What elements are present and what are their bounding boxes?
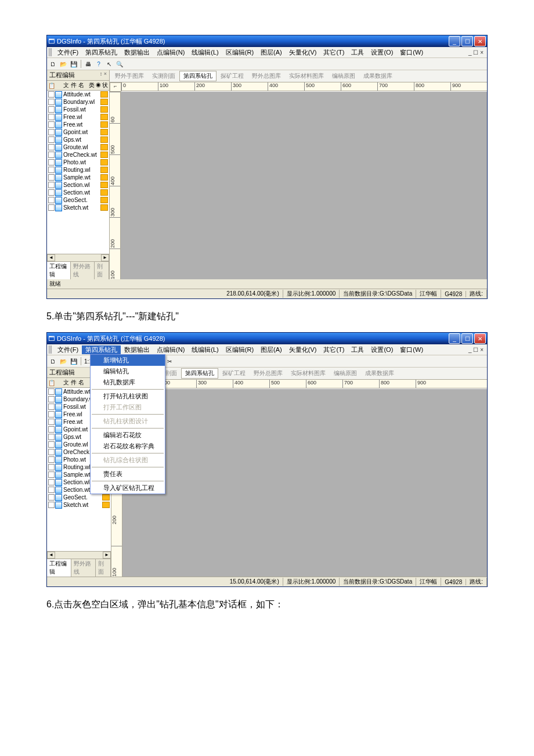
close-button[interactable]: ✕ (474, 36, 486, 46)
checkbox[interactable] (48, 121, 55, 128)
canvas-tab[interactable]: 编稿原图 (330, 368, 361, 379)
drawing-canvas[interactable] (121, 92, 487, 279)
titlebar[interactable]: 🗔 DGSInfo - 第四系钻孔 (江华幅 G4928) _ ☐ ✕ (47, 35, 487, 47)
folder-icon[interactable] (100, 106, 108, 113)
menu-task-table[interactable]: 责任表 (91, 469, 165, 480)
canvas-tab[interactable]: 探矿工程 (218, 368, 250, 379)
checkbox[interactable] (48, 91, 55, 98)
file-list[interactable]: Attitude.wt Boundary.wl Fossil.wt Free.w… (47, 91, 109, 254)
mdi-close-button[interactable]: _ ☐ × (465, 49, 487, 56)
canvas-tab[interactable]: 探矿工程 (217, 71, 248, 81)
canvas-tab[interactable]: 野外总图库 (250, 368, 287, 379)
folder-icon[interactable] (100, 167, 108, 173)
canvas-tab[interactable]: 实际材料图库 (287, 368, 330, 379)
file-row[interactable]: GeoSect. (47, 494, 111, 501)
menu-line-edit[interactable]: 线编辑(L) (188, 48, 222, 57)
file-row[interactable]: Routing.wl (47, 166, 109, 174)
menu-tool[interactable]: 工具 (348, 48, 367, 57)
file-row[interactable]: Sketch.wt (47, 204, 109, 211)
menu-data-output[interactable]: 数据输出 (121, 345, 153, 354)
help-icon[interactable]: ? (94, 59, 103, 69)
scroll-left-icon[interactable]: ◄ (47, 552, 55, 559)
folder-icon[interactable] (100, 114, 108, 120)
folder-icon[interactable] (100, 174, 108, 181)
zoom-icon[interactable]: 🔍 (115, 59, 124, 69)
file-row[interactable]: Attitude.wt (47, 91, 109, 98)
drawing-canvas[interactable] (122, 389, 487, 577)
folder-icon[interactable] (100, 121, 108, 128)
folder-icon[interactable] (100, 152, 108, 158)
side-tab-edit[interactable]: 工程编辑 (47, 262, 71, 279)
menu-open-column[interactable]: 打开钻孔柱状图 (91, 391, 165, 402)
file-row[interactable]: Section.wt (47, 189, 109, 196)
checkbox[interactable] (48, 106, 55, 113)
folder-icon[interactable] (100, 159, 108, 165)
menu-edit-pattern[interactable]: 编辑岩石花纹 (91, 430, 165, 441)
canvas-tab[interactable]: 实测剖面 (148, 71, 179, 81)
side-tab-route[interactable]: 野外路线 (71, 559, 96, 577)
folder-icon[interactable] (100, 129, 108, 135)
new-icon[interactable]: 🗋 (48, 59, 57, 69)
file-row[interactable]: Sample.wt (47, 174, 109, 181)
checkbox[interactable] (48, 182, 55, 188)
maximize-button[interactable]: ☐ (461, 36, 473, 46)
file-row[interactable]: Fossil.wt (47, 106, 109, 113)
menu-vector[interactable]: 矢量化(V) (286, 48, 320, 57)
menu-area-edit[interactable]: 区编辑(R) (222, 345, 257, 354)
menu-vector[interactable]: 矢量化(V) (286, 345, 320, 354)
menu-layer[interactable]: 图层(A) (257, 345, 286, 354)
close-button[interactable]: ✕ (474, 333, 486, 344)
canvas-tab-active[interactable]: 第四系钻孔 (181, 368, 218, 379)
h-scrollbar[interactable]: ◄ ► (47, 551, 111, 559)
menu-file[interactable]: 文件(F) (54, 345, 82, 354)
scroll-right-icon[interactable]: ► (101, 254, 109, 261)
scroll-track[interactable] (55, 552, 103, 559)
menu-quaternary-drill[interactable]: 第四系钻孔 (82, 48, 121, 57)
menu-new-drill[interactable]: 新增钻孔 (91, 355, 165, 366)
maximize-button[interactable]: ☐ (461, 333, 473, 344)
tool-icon[interactable]: ✂ (165, 357, 174, 366)
file-row[interactable]: OreCheck.wt (47, 151, 109, 159)
folder-icon[interactable] (100, 136, 108, 143)
new-icon[interactable]: 🗋 (48, 357, 57, 366)
menu-pattern-dict[interactable]: 岩石花纹名称字典 (91, 441, 165, 452)
checkbox[interactable] (48, 99, 55, 105)
print-icon[interactable]: 🖶 (84, 59, 93, 69)
canvas-tab[interactable]: 编稿原图 (328, 71, 359, 81)
folder-icon[interactable] (100, 91, 108, 98)
cursor-icon[interactable]: ↖ (104, 59, 114, 69)
file-row[interactable]: Sketch.wt (47, 501, 111, 509)
menu-setting[interactable]: 设置(O) (367, 48, 396, 57)
file-row[interactable]: Groute.wl (47, 143, 109, 151)
file-row[interactable]: Free.wl (47, 113, 109, 121)
scroll-right-icon[interactable]: ► (103, 552, 111, 559)
checkbox[interactable] (48, 129, 55, 135)
file-row[interactable]: Boundary.wl (47, 98, 109, 106)
menu-other[interactable]: 其它(T) (320, 345, 348, 354)
menu-drill-db[interactable]: 钻孔数据库 (91, 377, 165, 388)
menu-data-output[interactable]: 数据输出 (121, 48, 153, 57)
minimize-button[interactable]: _ (449, 333, 460, 344)
checkbox[interactable] (48, 136, 55, 143)
side-tab-section[interactable]: 剖面 (95, 262, 109, 279)
open-icon[interactable]: 📂 (59, 59, 68, 69)
menu-layer[interactable]: 图层(A) (257, 48, 286, 57)
menu-window[interactable]: 窗口(W) (396, 48, 427, 57)
pin-close-icons[interactable]: ↕ × (100, 71, 107, 80)
menu-import-proj[interactable]: 导入矿区钻孔工程 (91, 483, 165, 494)
folder-icon[interactable] (100, 189, 108, 196)
file-row[interactable]: Gpoint.wt (47, 128, 109, 136)
folder-icon[interactable] (100, 197, 108, 203)
folder-icon[interactable] (100, 182, 108, 188)
file-row[interactable]: Free.wt (47, 121, 109, 128)
checkbox[interactable] (48, 174, 55, 181)
menu-setting[interactable]: 设置(O) (367, 345, 396, 354)
menu-line-edit[interactable]: 线编辑(L) (188, 345, 222, 354)
ruler-corner-button[interactable]: ⌐ (110, 82, 121, 92)
open-icon[interactable]: 📂 (59, 357, 68, 366)
menu-point-edit[interactable]: 点编辑(N) (153, 48, 188, 57)
file-row[interactable]: GeoSect. (47, 196, 109, 204)
canvas-tab[interactable]: 实际材料图库 (285, 71, 328, 81)
checkbox[interactable] (48, 144, 55, 150)
canvas-tab[interactable]: 成果数据库 (361, 368, 398, 379)
